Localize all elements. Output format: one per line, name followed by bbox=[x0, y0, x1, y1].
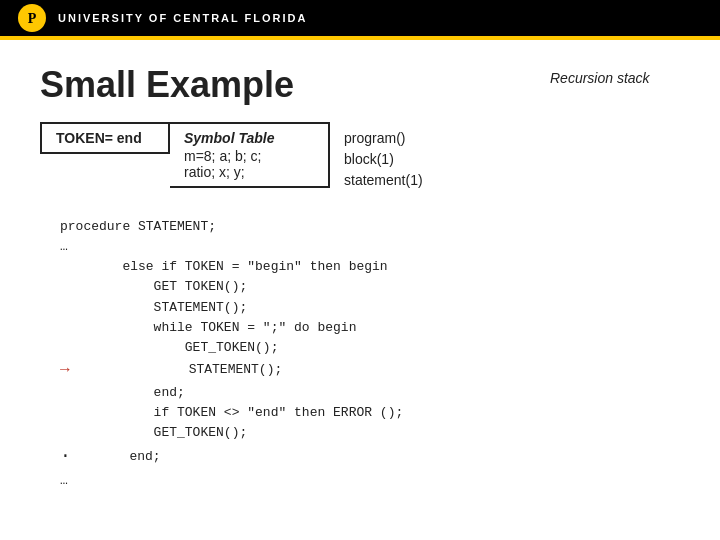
code-line-13: … bbox=[60, 471, 680, 491]
title-row: Small Example Recursion stack bbox=[40, 64, 680, 106]
symbol-table-content: m=8; a; b; c;ratio; x; y; bbox=[184, 148, 314, 180]
header-bar: P UNIVERSITY OF CENTRAL FLORIDA bbox=[0, 0, 720, 36]
code-line-4: GET TOKEN(); bbox=[60, 277, 680, 297]
code-line-8: → STATEMENT(); bbox=[60, 358, 680, 383]
svg-text:P: P bbox=[28, 11, 37, 26]
code-text: GET_TOKEN(); bbox=[60, 423, 247, 443]
info-row: TOKEN= end Symbol Table m=8; a; b; c;rat… bbox=[40, 122, 680, 197]
code-line-9: end; bbox=[60, 383, 680, 403]
code-text: while TOKEN = ";" do begin bbox=[60, 318, 356, 338]
page-title: Small Example bbox=[40, 64, 294, 106]
code-text: end; bbox=[75, 447, 161, 467]
main-content: Small Example Recursion stack TOKEN= end… bbox=[0, 40, 720, 511]
code-text: GET_TOKEN(); bbox=[60, 338, 278, 358]
code-text: GET TOKEN(); bbox=[60, 277, 247, 297]
code-line-12: · end; bbox=[60, 443, 680, 471]
token-display: TOKEN= end bbox=[40, 122, 170, 154]
code-text: … bbox=[60, 471, 68, 491]
code-text: STATEMENT(); bbox=[72, 360, 283, 380]
code-line-10: if TOKEN <> "end" then ERROR (); bbox=[60, 403, 680, 423]
bullet-dot-icon: · bbox=[60, 443, 71, 471]
code-line-11: GET_TOKEN(); bbox=[60, 423, 680, 443]
ucf-logo-icon: P bbox=[16, 2, 48, 34]
code-line-5: STATEMENT(); bbox=[60, 298, 680, 318]
code-area: procedure STATEMENT; … else if TOKEN = "… bbox=[40, 217, 680, 491]
code-line-6: while TOKEN = ";" do begin bbox=[60, 318, 680, 338]
code-text: if TOKEN <> "end" then ERROR (); bbox=[60, 403, 403, 423]
symbol-table-box: Symbol Table m=8; a; b; c;ratio; x; y; bbox=[170, 122, 330, 188]
code-line-1: procedure STATEMENT; bbox=[60, 217, 680, 237]
code-text: STATEMENT(); bbox=[60, 298, 247, 318]
symbol-table-title: Symbol Table bbox=[184, 130, 314, 146]
code-line-3: else if TOKEN = "begin" then begin bbox=[60, 257, 680, 277]
code-text: procedure STATEMENT; bbox=[60, 217, 216, 237]
arrow-icon: → bbox=[60, 358, 70, 383]
recursion-stack-label: Recursion stack bbox=[550, 64, 680, 86]
recursion-stack-values: program()block(1)statement(1) bbox=[330, 122, 460, 197]
code-text: end; bbox=[60, 383, 185, 403]
code-line-7: GET_TOKEN(); bbox=[60, 338, 680, 358]
code-text: … bbox=[60, 237, 68, 257]
university-name: UNIVERSITY OF CENTRAL FLORIDA bbox=[58, 12, 308, 24]
code-text: else if TOKEN = "begin" then begin bbox=[60, 257, 388, 277]
code-line-2: … bbox=[60, 237, 680, 257]
